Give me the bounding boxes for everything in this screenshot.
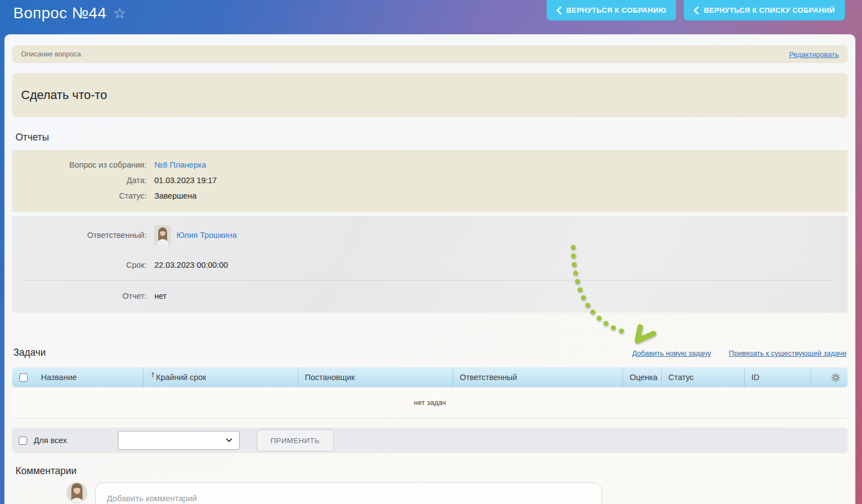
favorite-star-icon[interactable]: ☆ [113,6,126,20]
app-page: Вопрос №44 ☆ ВЕРНУТЬСЯ К СОБРАНИЮ ВЕРНУТ… [0,0,862,504]
divider [24,280,835,280]
column-deadline-label: Крайний срок [156,373,206,382]
bulk-actions-row: Для всех ПРИМЕНИТЬ [12,428,848,453]
back-to-meetings-list-button[interactable]: ВЕРНУТЬСЯ К СПИСКУ СОБРАНИЙ [684,0,845,20]
sort-ascending-icon: ↑ [150,371,155,379]
comment-input[interactable] [95,482,602,504]
status-row: Статус: Завершена [12,188,848,204]
column-deadline[interactable]: ↑Крайний срок [143,367,298,387]
meeting-link[interactable]: №8 Планерка [154,160,206,169]
apply-button[interactable]: ПРИМЕНИТЬ [257,429,334,451]
column-creator[interactable]: Постановщик [298,367,453,387]
content-card: Описание вопроса Редактировать Сделать ч… [4,34,855,504]
for-all-label: Для всех [34,436,67,445]
page-title: Вопрос №44 [13,4,107,22]
bind-task-link[interactable]: Привязать к существующей задаче [729,349,847,357]
column-estimate[interactable]: Оценка [622,367,661,387]
chevron-left-icon [694,7,699,14]
status-value: Завершена [154,191,196,200]
meeting-label: Вопрос из собрания: [12,160,147,169]
tasks-heading: Задачи [13,347,46,358]
back-to-meeting-button[interactable]: ВЕРНУТЬСЯ К СОБРАНИЮ [547,0,677,20]
add-task-link[interactable]: Добавить новую задачу [632,349,711,357]
meeting-row: Вопрос из собрания: №8 Планерка [12,157,848,173]
tasks-table: Название ↑Крайний срок Постановщик Ответ… [12,367,848,418]
column-id[interactable]: ID [744,367,811,387]
tasks-header-row: Задачи Добавить новую задачу Привязать к… [12,347,848,358]
question-description-box: Сделать что-то [12,73,848,117]
header-buttons: ВЕРНУТЬСЯ К СОБРАНИЮ ВЕРНУТЬСЯ К СПИСКУ … [547,0,845,20]
date-label: Дата: [12,176,147,185]
comments-heading: Комментарии [15,465,848,477]
question-description-text: Сделать что-то [21,88,107,102]
deadline-label: Срок: [12,261,147,269]
column-status[interactable]: Статус [661,367,744,387]
chevron-down-icon [226,438,232,443]
report-meta-panel: Вопрос из собрания: №8 Планерка Дата: 01… [12,150,848,212]
report-value: нет [154,292,167,300]
responsible-label: Ответственный: [12,231,147,240]
deadline-value: 22.03.2023 00:00:00 [154,261,228,269]
description-bar: Описание вопроса Редактировать [12,45,848,63]
date-row: Дата: 01.03.2023 19:17 [12,173,848,188]
tasks-empty-row: нет задач [12,387,848,418]
comment-compose-row [66,482,848,504]
reports-heading: Отчеты [15,132,848,143]
report-label: Отчет: [12,292,147,300]
tasks-table-header: Название ↑Крайний срок Постановщик Ответ… [12,367,848,387]
chevron-left-icon [557,7,562,14]
date-value: 01.03.2023 19:17 [154,176,217,185]
responsible-name-link[interactable]: Юлия Трошкина [176,231,237,240]
avatar [154,225,171,245]
select-all-checkbox[interactable] [19,373,28,382]
report-details-panel: Ответственный: Юлия Трошкина Срок: 22.03… [12,216,848,313]
description-bar-label: Описание вопроса [21,50,81,58]
table-settings-cell [811,367,848,387]
report-row: Отчет: нет [12,288,848,304]
deadline-row: Срок: 22.03.2023 00:00:00 [12,257,848,273]
select-all-cell [12,367,34,387]
back-to-meeting-label: ВЕРНУТЬСЯ К СОБРАНИЮ [567,6,667,14]
responsible-row: Ответственный: Юлия Трошкина [12,223,848,250]
page-header: Вопрос №44 ☆ ВЕРНУТЬСЯ К СОБРАНИЮ ВЕРНУТ… [0,0,862,34]
for-all-checkbox[interactable] [19,437,27,445]
gear-icon[interactable] [831,373,840,382]
bulk-action-select[interactable] [118,431,240,450]
column-name[interactable]: Название [34,367,143,387]
status-label: Статус: [12,191,147,200]
avatar [66,482,87,503]
edit-link[interactable]: Редактировать [789,50,839,59]
column-responsible[interactable]: Ответственный [453,367,622,387]
back-to-list-label: ВЕРНУТЬСЯ К СПИСКУ СОБРАНИЙ [704,6,835,14]
